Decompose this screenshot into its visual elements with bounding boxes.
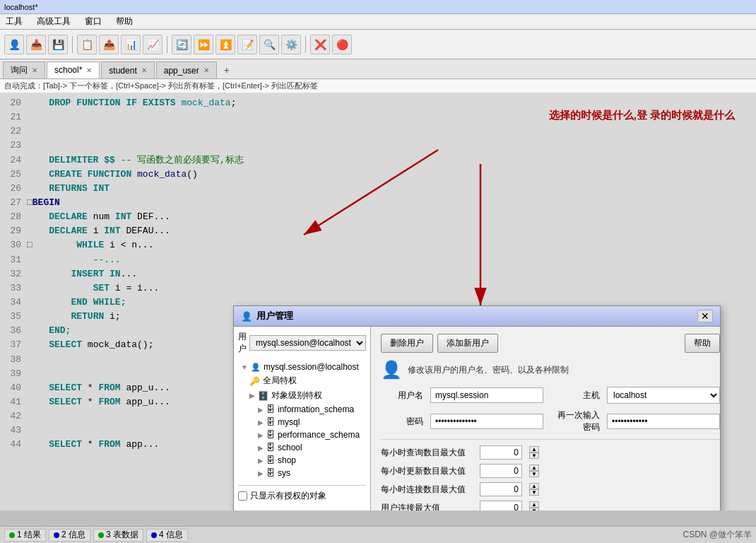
limit1-input[interactable] xyxy=(480,445,522,460)
tree-db-perf-schema-label: performance_schema xyxy=(278,430,360,440)
tab-school[interactable]: school* ✕ xyxy=(47,62,100,78)
window-title: localhost* xyxy=(4,3,38,11)
tree-db-icon-4: 🗄 xyxy=(266,443,275,452)
tab-app-user-close[interactable]: ✕ xyxy=(203,66,209,74)
help-button[interactable]: 帮助 xyxy=(685,334,720,353)
tree-db-icon-6: 🗄 xyxy=(266,468,275,478)
tb-btn-11[interactable]: 📝 xyxy=(237,35,257,54)
tb-btn-2[interactable]: 📥 xyxy=(26,35,46,54)
tree-expand-info: ▶ xyxy=(258,406,264,414)
tb-separator-1 xyxy=(72,36,73,53)
dialog-overlay: 👤 用户管理 ✕ 用户 mysql.session@localhost xyxy=(0,93,756,510)
tb-btn-5[interactable]: 📤 xyxy=(99,35,119,54)
tree-db-perf-schema[interactable]: ▶ 🗄 performance_schema xyxy=(238,428,366,441)
status-info[interactable]: 2 信息 xyxy=(49,529,90,542)
tree-user-icon: 👤 xyxy=(251,363,261,372)
limit3-input[interactable] xyxy=(480,482,522,496)
status-results[interactable]: 1 结果 xyxy=(4,529,46,542)
tb-btn-7[interactable]: 📈 xyxy=(143,35,163,54)
limit1-down[interactable]: ▼ xyxy=(529,452,539,459)
tab-student-label: student xyxy=(109,66,136,76)
limit2-up[interactable]: ▲ xyxy=(529,465,539,471)
limit1-spinner: ▲ ▼ xyxy=(529,446,539,459)
tree-db-info-schema[interactable]: ▶ 🗄 information_schema xyxy=(238,403,366,416)
tab-inquiry-close[interactable]: ✕ xyxy=(32,66,37,74)
tree-root-label: mysql.session@localhost xyxy=(264,362,359,372)
tab-student[interactable]: student ✕ xyxy=(101,62,154,78)
tree-db-info-schema-label: information_schema xyxy=(278,404,354,414)
limit4-up[interactable]: ▲ xyxy=(529,501,539,508)
tree-db-shop-label: shop xyxy=(278,455,296,465)
tree-obj-icon: 🗄️ xyxy=(258,391,268,401)
tree-db-mysql[interactable]: ▶ 🗄 mysql xyxy=(238,416,366,428)
status-right-text: CSDN @做个笨羊 xyxy=(683,529,752,541)
tab-school-label: school* xyxy=(54,65,82,75)
tree-expand-mysql: ▶ xyxy=(258,419,264,426)
show-granted-checkbox[interactable] xyxy=(238,491,247,501)
menu-window[interactable]: 窗口 xyxy=(82,16,105,28)
add-user-button[interactable]: 添加新用户 xyxy=(437,334,498,353)
host-select[interactable]: localhost xyxy=(607,387,720,404)
status-info2-label: 4 信息 xyxy=(159,529,183,541)
user-info-row: 👤 修改该用户的用户名、密码、以及各种限制 xyxy=(381,360,720,380)
editor-area[interactable]: 20 DROP FUNCTION IF EXISTS mock_data; 21… xyxy=(0,93,756,510)
delete-user-button[interactable]: 删除用户 xyxy=(381,334,433,353)
tb-btn-1[interactable]: 👤 xyxy=(4,35,24,54)
username-input[interactable] xyxy=(430,387,543,403)
limit1-up[interactable]: ▲ xyxy=(529,446,539,452)
password-row: 密码 再一次输入密码 xyxy=(381,409,720,433)
user-dropdown[interactable]: mysql.session@localhost xyxy=(249,335,366,351)
tb-separator-3 xyxy=(305,36,306,53)
menu-advanced[interactable]: 高级工具 xyxy=(34,16,73,28)
tab-bar: 询问 ✕ school* ✕ student ✕ app_user ✕ + xyxy=(0,59,756,79)
tab-student-close[interactable]: ✕ xyxy=(141,66,147,74)
form-divider xyxy=(381,439,720,440)
dialog-left-panel: 用户 mysql.session@localhost ▼ 👤 mysql.ses… xyxy=(234,327,371,510)
tb-btn-6[interactable]: 📊 xyxy=(121,35,141,54)
limit2-down[interactable]: ▼ xyxy=(529,471,539,477)
status-tabledata[interactable]: 3 表数据 xyxy=(93,529,143,542)
tree-expand-perf: ▶ xyxy=(258,431,264,439)
tab-school-close[interactable]: ✕ xyxy=(86,66,92,74)
tree-global-priv-icon: 🔑 xyxy=(249,376,260,386)
tab-inquiry[interactable]: 询问 ✕ xyxy=(3,62,45,78)
tree-expand-shop: ▶ xyxy=(258,457,264,465)
status-dot-4 xyxy=(151,532,157,538)
title-bar: localhost* xyxy=(0,0,756,14)
tb-btn-9[interactable]: ⏩ xyxy=(194,35,213,54)
tb-btn-14[interactable]: ❌ xyxy=(310,35,330,54)
tb-btn-10[interactable]: ⏫ xyxy=(215,35,235,54)
dialog-title-bar: 👤 用户管理 ✕ xyxy=(234,306,720,327)
tb-btn-15[interactable]: 🔴 xyxy=(332,35,352,54)
limit3-up[interactable]: ▲ xyxy=(529,483,539,489)
limit4-input[interactable] xyxy=(480,501,522,510)
menu-tool[interactable]: 工具 xyxy=(3,16,25,28)
user-info-icon: 👤 xyxy=(381,360,402,380)
status-info2[interactable]: 4 信息 xyxy=(146,529,188,542)
tab-add-button[interactable]: + xyxy=(218,62,235,78)
tree-global-priv[interactable]: 🔑 全局特权 xyxy=(238,373,366,388)
tab-app-user[interactable]: app_user ✕ xyxy=(156,62,217,78)
confirm-input[interactable] xyxy=(607,414,720,429)
tree-db-school[interactable]: ▶ 🗄 school xyxy=(238,441,366,454)
tb-btn-4[interactable]: 📋 xyxy=(77,35,97,54)
tb-btn-12[interactable]: 🔍 xyxy=(259,35,279,54)
dialog-close-button[interactable]: ✕ xyxy=(697,310,713,322)
user-select-row: 用户 mysql.session@localhost xyxy=(238,331,366,355)
password-input[interactable] xyxy=(430,414,543,429)
tree-db-shop[interactable]: ▶ 🗄 shop xyxy=(238,454,366,467)
tb-btn-8[interactable]: 🔄 xyxy=(172,35,191,54)
status-bar: 1 结果 2 信息 3 表数据 4 信息 CSDN @做个笨羊 xyxy=(0,526,756,543)
tb-btn-13[interactable]: ⚙️ xyxy=(281,35,301,54)
host-label: 主机 xyxy=(550,390,600,402)
menu-help[interactable]: 帮助 xyxy=(113,16,136,28)
tree-expand-school: ▶ xyxy=(258,444,264,452)
password-label: 密码 xyxy=(381,416,423,428)
tree-db-sys[interactable]: ▶ 🗄 sys xyxy=(238,467,366,479)
limit4-down[interactable]: ▼ xyxy=(529,508,539,510)
limit3-down[interactable]: ▼ xyxy=(529,489,539,496)
limit2-input[interactable] xyxy=(480,464,522,478)
tb-btn-3[interactable]: 💾 xyxy=(48,35,68,54)
tree-obj-priv[interactable]: ▶ 🗄️ 对象级别特权 xyxy=(238,388,366,403)
tree-root[interactable]: ▼ 👤 mysql.session@localhost xyxy=(238,361,366,373)
